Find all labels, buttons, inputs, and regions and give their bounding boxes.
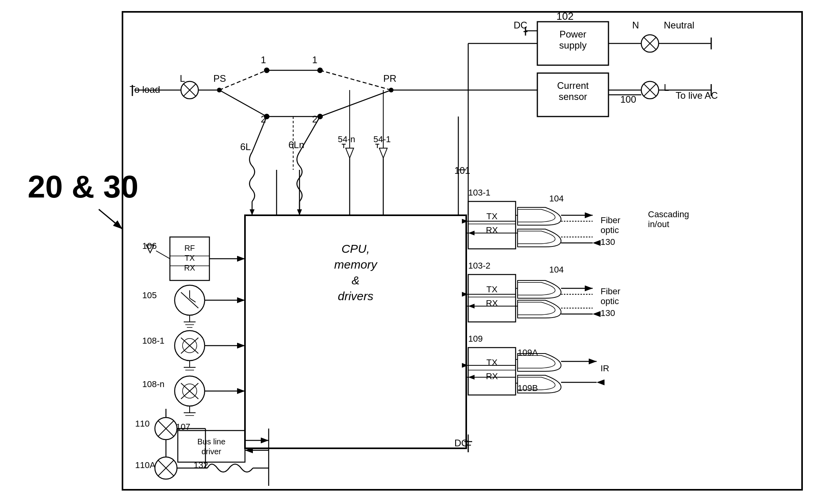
label-to-load: To load bbox=[130, 84, 160, 95]
svg-line-37 bbox=[219, 90, 267, 117]
label-fiber-optic-2b: optic bbox=[601, 296, 619, 306]
label-current-sensor-2: sensor bbox=[559, 91, 587, 102]
label-107: 107 bbox=[176, 422, 190, 432]
label-104a: 104 bbox=[549, 194, 564, 203]
label-130a: 130 bbox=[601, 237, 615, 247]
label-fiber-optic-1b: optic bbox=[601, 225, 619, 235]
label-rf: RF bbox=[185, 244, 195, 252]
label-bus-line-2: driver bbox=[202, 447, 221, 456]
label-ir: IR bbox=[601, 363, 609, 373]
label-54n: 54-n bbox=[338, 134, 355, 144]
label-110a: 110A bbox=[135, 460, 156, 470]
label-bus-line-1: Bus line bbox=[197, 437, 225, 446]
label-cascading-2: in/out bbox=[648, 219, 669, 229]
label-rx2: RX bbox=[486, 298, 498, 308]
label-tx2: TX bbox=[486, 284, 497, 294]
label-cpu-2: memory bbox=[334, 258, 378, 271]
label-dc-bottom: DC bbox=[454, 438, 468, 448]
label-103-2: 103-2 bbox=[468, 261, 490, 271]
label-tx3: TX bbox=[486, 357, 497, 367]
label-105: 105 bbox=[142, 290, 157, 300]
svg-line-44 bbox=[252, 117, 267, 152]
label-102: 102 bbox=[556, 10, 573, 22]
label-cascading-1: Cascading bbox=[648, 209, 689, 219]
svg-line-36 bbox=[320, 70, 391, 90]
label-n: N bbox=[632, 20, 639, 30]
label-l-top-right: L bbox=[664, 82, 669, 93]
label-rf-rx: RX bbox=[184, 263, 195, 272]
label-current-sensor-1: Current bbox=[557, 80, 589, 91]
svg-line-45 bbox=[299, 117, 320, 152]
label-108-1: 108-1 bbox=[142, 336, 164, 346]
label-130b: 130 bbox=[601, 308, 615, 318]
label-6l: 6L bbox=[240, 141, 251, 152]
diagram-container: 102 Power supply 100 Current sensor DC N… bbox=[0, 0, 840, 504]
label-l-left: L bbox=[180, 73, 185, 84]
label-100: 100 bbox=[620, 94, 636, 105]
svg-marker-46 bbox=[346, 148, 354, 158]
label-pr: PR bbox=[383, 73, 396, 84]
label-fiber-optic-2a: Fiber bbox=[601, 286, 620, 296]
label-541: 54-1 bbox=[373, 134, 391, 144]
label-109: 109 bbox=[468, 334, 483, 344]
svg-line-34 bbox=[219, 70, 267, 90]
svg-line-139 bbox=[99, 209, 122, 229]
label-104b: 104 bbox=[549, 265, 564, 275]
label-ps: PS bbox=[213, 73, 226, 84]
label-1b: 1 bbox=[312, 55, 317, 65]
label-power-supply-line1: Power bbox=[559, 29, 586, 39]
label-main-20-30: 20 & 30 bbox=[28, 169, 138, 204]
label-cpu-3: & bbox=[352, 274, 360, 287]
svg-marker-50 bbox=[379, 148, 387, 158]
label-fiber-optic-1a: Fiber bbox=[601, 215, 620, 225]
label-rf-tx: TX bbox=[185, 254, 195, 262]
label-110: 110 bbox=[135, 419, 150, 429]
svg-line-91 bbox=[156, 251, 170, 259]
label-103-1: 103-1 bbox=[468, 188, 490, 197]
svg-line-39 bbox=[320, 90, 391, 117]
label-109a: 109A bbox=[518, 348, 538, 357]
svg-line-96 bbox=[190, 298, 196, 302]
label-1a: 1 bbox=[261, 55, 266, 65]
label-cpu-4: drivers bbox=[338, 290, 373, 303]
label-power-supply-line2: supply bbox=[559, 40, 586, 51]
label-106: 106 bbox=[142, 241, 157, 251]
label-tx1: TX bbox=[486, 211, 497, 221]
label-rx1: RX bbox=[486, 225, 498, 235]
label-108-n: 108-n bbox=[142, 379, 164, 389]
label-cpu-1: CPU, bbox=[341, 242, 370, 255]
label-rx3: RX bbox=[486, 371, 498, 381]
svg-rect-131 bbox=[178, 431, 245, 462]
label-neutral: Neutral bbox=[664, 20, 694, 30]
label-109b: 109B bbox=[518, 383, 538, 393]
